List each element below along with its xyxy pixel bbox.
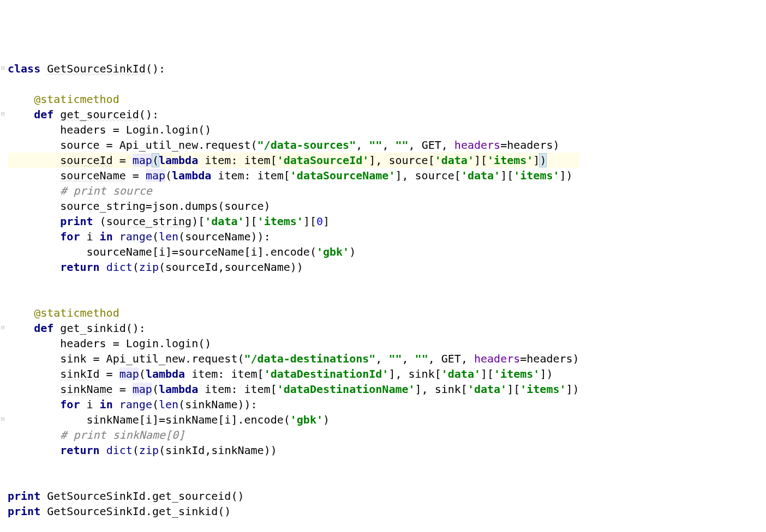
- code-token: ,: [356, 138, 369, 152]
- code-line[interactable]: def get_sourceid():: [8, 107, 579, 122]
- code-line[interactable]: sinkName = map(lambda item: item['dataDe…: [8, 382, 579, 397]
- fold-toggle-icon[interactable]: ⊟: [1, 65, 7, 71]
- code-token: in: [100, 230, 119, 243]
- code-token: 'items': [513, 169, 559, 182]
- code-token: print: [8, 505, 47, 518]
- code-token: (sourceId,sourceName)): [159, 261, 303, 274]
- code-token: ]): [566, 383, 579, 396]
- code-line[interactable]: # print sinkName[0]: [8, 427, 579, 443]
- code-token: 'dataSourceId': [277, 154, 369, 167]
- code-token: ): [323, 413, 330, 426]
- code-line[interactable]: [8, 458, 579, 473]
- code-token: (: [165, 169, 172, 182]
- code-token: map: [119, 367, 139, 380]
- code-token: 'items': [487, 154, 533, 167]
- code-line[interactable]: headers = Login.login(): [8, 336, 579, 351]
- code-token: 'items': [494, 367, 540, 380]
- code-line[interactable]: sinkId = map(lambda item: item['dataDest…: [8, 366, 579, 382]
- code-token: (sinkName)):: [178, 398, 258, 411]
- code-token: 'data': [468, 383, 507, 396]
- code-line[interactable]: return dict(zip(sinkId,sinkName)): [8, 443, 579, 458]
- code-token: ]: [323, 215, 330, 228]
- code-token: =: [113, 383, 133, 396]
- code-token: 'gbk': [290, 413, 323, 426]
- code-token: item: item[: [218, 169, 290, 182]
- code-line[interactable]: source_string=json.dumps(source): [8, 198, 579, 214]
- code-token: (: [139, 367, 146, 380]
- code-token: , GET,: [409, 138, 454, 152]
- code-token: (: [133, 444, 139, 457]
- code-token: 'dataDestinationId': [264, 367, 389, 380]
- code-token: (sinkId,sinkName)): [159, 444, 277, 457]
- code-token: def: [34, 322, 60, 335]
- code-line[interactable]: source = Api_util_new.request("/data-sou…: [8, 137, 579, 153]
- code-token: ():: [146, 62, 165, 75]
- fold-toggle-icon[interactable]: ⊟: [1, 416, 7, 422]
- code-token: map: [133, 383, 152, 396]
- code-token: 'data': [441, 367, 481, 380]
- code-line[interactable]: def get_sinkid():: [8, 321, 579, 336]
- code-line[interactable]: for i in range(len(sourceName)):: [8, 229, 579, 244]
- code-line[interactable]: print (source_string)['data']['items'][0…: [8, 214, 579, 229]
- code-line[interactable]: @staticmethod: [8, 305, 579, 321]
- code-token: (: [152, 383, 159, 396]
- code-area[interactable]: class GetSourceSinkId(): @staticmethod d…: [8, 61, 579, 519]
- code-line[interactable]: sourceId = map(lambda item: item['dataSo…: [8, 153, 579, 168]
- code-token: ][: [303, 215, 316, 228]
- code-token: sourceId: [60, 154, 112, 167]
- code-line[interactable]: [8, 76, 579, 92]
- code-token: ], sink[: [388, 367, 441, 380]
- code-token: 'items': [258, 215, 303, 228]
- code-token: headers = Login.login(): [60, 123, 211, 136]
- code-token: print: [60, 215, 99, 228]
- code-token: ]): [560, 169, 573, 182]
- code-token: ]: [533, 154, 540, 167]
- code-token: ][: [500, 169, 513, 182]
- code-line[interactable]: print GetSourceSinkId.get_sourceid(): [8, 488, 579, 504]
- code-line[interactable]: class GetSourceSinkId():: [8, 61, 579, 76]
- code-line[interactable]: sourceName[i]=sourceName[i].encode('gbk'…: [8, 244, 579, 259]
- code-token: map: [133, 154, 152, 167]
- code-token: get_sourceid: [60, 108, 139, 121]
- code-token: ], source[: [369, 154, 434, 167]
- code-token: i: [87, 398, 100, 411]
- code-token: headers = Login.login(): [60, 337, 211, 350]
- code-line[interactable]: headers = Login.login(): [8, 122, 579, 137]
- code-token: ][: [507, 383, 520, 396]
- code-line[interactable]: return dict(zip(sourceId,sourceName)): [8, 259, 579, 275]
- fold-toggle-icon[interactable]: ⊟: [1, 325, 7, 330]
- code-token: =: [113, 154, 133, 167]
- code-line[interactable]: [8, 290, 579, 305]
- code-line[interactable]: [8, 275, 579, 290]
- fold-toggle-icon[interactable]: ⊟: [1, 111, 7, 117]
- code-token: =headers): [500, 138, 559, 152]
- code-line[interactable]: print GetSourceSinkId.get_sinkid(): [8, 504, 579, 519]
- code-line[interactable]: sinkName[i]=sinkName[i].encode('gbk'): [8, 412, 579, 427]
- code-token: zip: [139, 444, 159, 457]
- code-token: map: [146, 169, 165, 182]
- code-line[interactable]: # print source: [8, 183, 579, 198]
- code-token: get_sinkid():: [60, 322, 146, 335]
- code-token: sinkId: [60, 367, 99, 380]
- code-token: range: [119, 398, 152, 411]
- code-token: sink = Api_util_new.request(: [60, 352, 244, 365]
- code-line[interactable]: sink = Api_util_new.request("/data-desti…: [8, 351, 579, 366]
- code-token: range: [119, 230, 152, 243]
- code-token: 'data': [461, 169, 500, 182]
- code-line[interactable]: @staticmethod: [8, 92, 579, 107]
- code-line[interactable]: [8, 473, 579, 488]
- code-token: ): [349, 245, 356, 258]
- code-token: source = Api_util_new.request(: [60, 138, 257, 152]
- code-editor[interactable]: ⊟⊟⊟⊟💡 class GetSourceSinkId(): @staticme…: [0, 61, 766, 519]
- code-token: (sourceName)):: [178, 230, 271, 243]
- code-token: len: [159, 398, 178, 411]
- code-token: "": [388, 352, 402, 365]
- code-line[interactable]: for i in range(len(sinkName)):: [8, 397, 579, 412]
- code-token: (: [152, 230, 159, 243]
- code-token: zip: [139, 261, 159, 274]
- code-line[interactable]: sourceName = map(lambda item: item['data…: [8, 168, 579, 183]
- code-token: GetSourceSinkId: [47, 62, 146, 75]
- code-token: lambda: [172, 169, 218, 182]
- code-token: sinkName[i]=sinkName[i].encode(: [87, 413, 290, 426]
- code-token: 'dataSourceName': [290, 169, 396, 182]
